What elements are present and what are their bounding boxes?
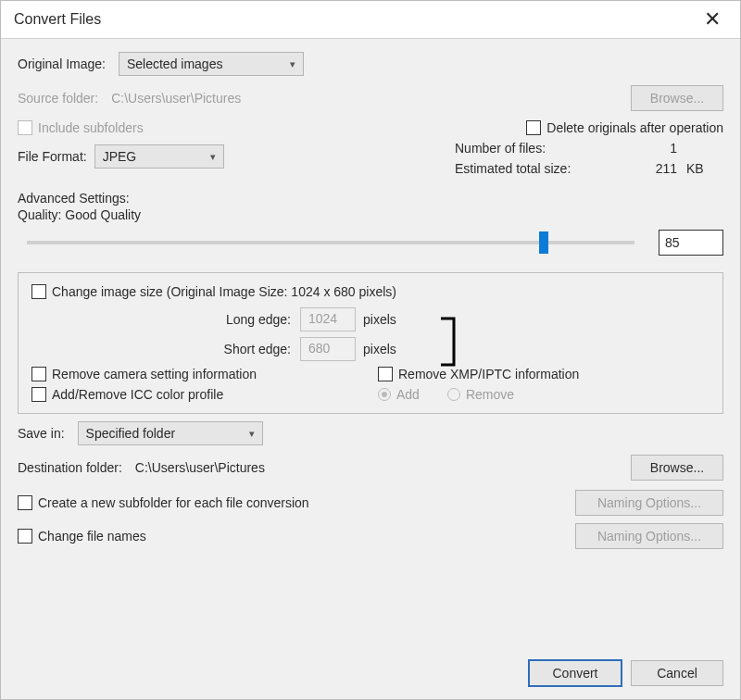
change-file-names-checkbox[interactable]: Change file names <box>18 529 146 544</box>
browse-dest-button[interactable]: Browse... <box>631 455 723 481</box>
icc-profile-checkbox[interactable]: Add/Remove ICC color profile <box>31 387 223 402</box>
cancel-button[interactable]: Cancel <box>631 660 723 686</box>
remove-camera-label: Remove camera setting information <box>52 367 257 381</box>
delete-originals-label: Delete originals after operation <box>546 120 723 135</box>
change-image-size-checkbox[interactable]: Change image size (Original Image Size: … <box>31 284 396 299</box>
advanced-settings-label: Advanced Settings: <box>18 191 130 206</box>
file-format-value: JPEG <box>103 149 137 164</box>
checkbox-box <box>31 367 46 381</box>
save-in-dropdown[interactable]: Specified folder ▾ <box>78 421 263 445</box>
num-files-value: 1 <box>622 141 677 156</box>
long-edge-input: 1024 <box>300 307 356 331</box>
naming-options-subfolder-button: Naming Options... <box>575 490 723 516</box>
chevron-down-icon: ▾ <box>290 58 295 70</box>
dest-folder-path: C:\Users\user\Pictures <box>135 460 265 475</box>
checkbox-box <box>31 387 46 402</box>
chevron-down-icon: ▾ <box>249 428 255 440</box>
file-format-label: File Format: <box>18 149 87 164</box>
quality-slider[interactable] <box>27 241 634 244</box>
icc-remove-label: Remove <box>466 387 514 402</box>
icc-remove-radio: Remove <box>447 387 514 402</box>
long-edge-unit: pixels <box>363 312 396 327</box>
slider-thumb[interactable] <box>539 231 548 254</box>
long-edge-label: Long edge: <box>198 312 291 327</box>
change-image-size-label: Change image size (Original Image Size: … <box>52 284 396 299</box>
create-subfolder-checkbox[interactable]: Create a new subfolder for each file con… <box>18 495 309 510</box>
icc-add-radio: Add <box>378 387 420 402</box>
remove-xmp-label: Remove XMP/IPTC information <box>398 367 579 381</box>
create-subfolder-label: Create a new subfolder for each file con… <box>38 495 309 510</box>
short-edge-unit: pixels <box>363 342 396 356</box>
close-icon[interactable]: ✕ <box>697 7 727 31</box>
icc-profile-label: Add/Remove ICC color profile <box>52 387 223 402</box>
file-stats: Number of files: Estimated total size: 1… <box>455 141 723 176</box>
source-folder-path: C:\Users\user\Pictures <box>111 91 241 106</box>
save-in-value: Specified folder <box>86 426 176 441</box>
browse-source-button: Browse... <box>631 85 723 111</box>
dest-folder-label: Destination folder: <box>18 460 122 475</box>
chevron-down-icon: ▾ <box>210 151 216 163</box>
est-size-label: Estimated total size: <box>455 161 622 176</box>
convert-button[interactable]: Convert <box>529 660 622 686</box>
change-file-names-label: Change file names <box>38 529 146 544</box>
checkbox-box <box>18 495 32 510</box>
quality-label: Quality: Good Quality <box>18 207 141 222</box>
checkbox-box <box>378 367 393 381</box>
titlebar: Convert Files ✕ <box>1 1 740 39</box>
source-folder-label: Source folder: <box>18 91 98 106</box>
original-image-label: Original Image: <box>18 56 106 71</box>
remove-xmp-checkbox[interactable]: Remove XMP/IPTC information <box>378 367 579 381</box>
original-image-dropdown[interactable]: Selected images ▾ <box>119 52 304 76</box>
radio-circle <box>378 388 391 401</box>
save-in-label: Save in: <box>18 426 65 441</box>
include-subfolders-checkbox[interactable]: Include subfolders <box>18 120 144 135</box>
icc-add-label: Add <box>396 387 420 402</box>
checkbox-box <box>18 529 32 544</box>
remove-camera-checkbox[interactable]: Remove camera setting information <box>31 367 257 381</box>
short-edge-input: 680 <box>300 337 356 361</box>
quality-value-input[interactable]: 85 <box>659 230 723 256</box>
naming-options-filenames-button: Naming Options... <box>575 523 723 549</box>
checkbox-box <box>526 120 541 135</box>
checkbox-box <box>18 120 32 135</box>
num-files-label: Number of files: <box>455 141 622 156</box>
short-edge-label: Short edge: <box>198 342 291 356</box>
checkbox-box <box>31 284 46 299</box>
convert-files-dialog: Convert Files ✕ Original Image: Selected… <box>0 0 741 700</box>
include-subfolders-label: Include subfolders <box>38 120 144 135</box>
delete-originals-checkbox[interactable]: Delete originals after operation <box>526 120 723 135</box>
radio-circle <box>447 388 460 401</box>
est-size-value: 211 <box>622 161 677 176</box>
original-image-value: Selected images <box>127 56 223 71</box>
dialog-title: Convert Files <box>14 11 101 28</box>
file-format-dropdown[interactable]: JPEG ▾ <box>94 144 224 169</box>
resize-panel: Change image size (Original Image Size: … <box>18 272 723 414</box>
bracket-icon <box>439 317 461 367</box>
est-size-unit: KB <box>686 161 723 176</box>
